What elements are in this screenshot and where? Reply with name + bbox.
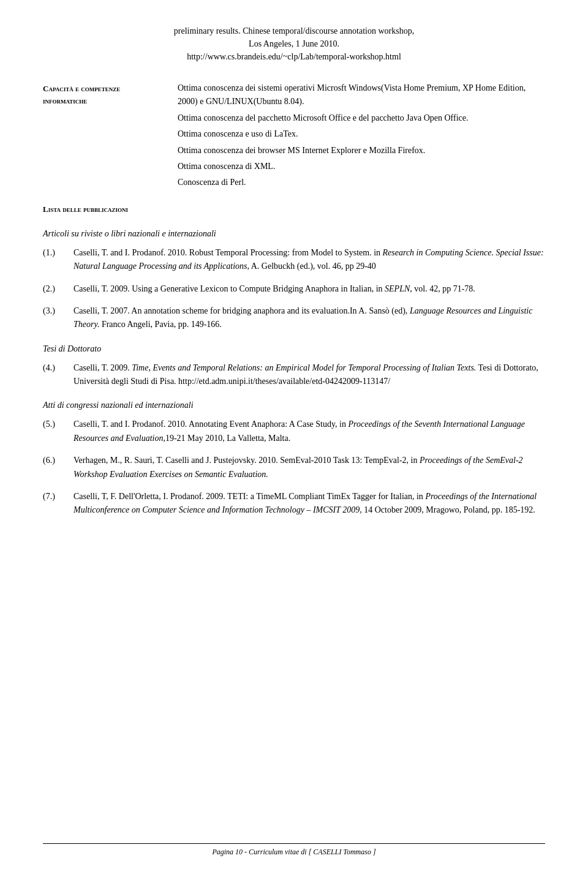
- capacita-content: Ottima conoscenza dei sistemi operativi …: [178, 81, 545, 192]
- top-line2: Los Angeles, 1 June 2010.: [43, 37, 545, 50]
- pub-content-6: Verhagen, M., R. Saurì, T. Caselli and J…: [74, 454, 545, 481]
- pub-content-5: Caselli, T. and I. Prodanof. 2010. Annot…: [74, 418, 545, 445]
- pub-list-atti: (5.) Caselli, T. and I. Prodanof. 2010. …: [43, 418, 545, 517]
- pub-list-tesi: (4.) Caselli, T. 2009. Time, Events and …: [43, 361, 545, 389]
- pub-item-7: (7.) Caselli, T, F. Dell'Orletta, I. Pro…: [43, 490, 545, 517]
- pub-italic-3a: Language Resources and Linguistic Theory…: [74, 306, 532, 329]
- pub-content-2: Caselli, T. 2009. Using a Generative Lex…: [74, 282, 545, 296]
- pub-list-articles: (1.) Caselli, T. and I. Prodanof. 2010. …: [43, 246, 545, 332]
- capacita-section: Capacità e competenze informatiche Ottim…: [43, 81, 545, 192]
- pub-item-4: (4.) Caselli, T. 2009. Time, Events and …: [43, 361, 545, 389]
- capacita-item-1: Ottima conoscenza dei sistemi operativi …: [178, 81, 545, 109]
- page: preliminary results. Chinese temporal/di…: [0, 0, 588, 869]
- capacita-label: Capacità e competenze informatiche: [43, 81, 165, 192]
- footer: Pagina 10 - Curriculum vitae di [ CASELL…: [43, 843, 545, 857]
- pub-italic-1a: Research in Computing Science. Special I…: [74, 248, 544, 271]
- pub-num-3: (3.): [43, 304, 74, 318]
- pub-italic-5a: Proceedings of the Seventh International…: [74, 419, 525, 442]
- pub-item-6: (6.) Verhagen, M., R. Saurì, T. Caselli …: [43, 454, 545, 481]
- atti-heading: Atti di congressi nazionali ed internazi…: [43, 401, 545, 410]
- pub-content-1: Caselli, T. and I. Prodanof. 2010. Robus…: [74, 246, 545, 274]
- pub-content-3: Caselli, T. 2007. An annotation scheme f…: [74, 304, 545, 332]
- pub-num-4: (4.): [43, 361, 74, 375]
- capacita-item-6: Conoscenza di Perl.: [178, 176, 545, 189]
- capacita-item-2: Ottima conoscenza del pacchetto Microsof…: [178, 111, 545, 125]
- pub-item-5: (5.) Caselli, T. and I. Prodanof. 2010. …: [43, 418, 545, 445]
- pub-italic-2a: SEPLN,: [385, 284, 412, 293]
- pub-italic-4a: Time, Events and Temporal Relations: an …: [132, 363, 476, 372]
- pub-item-1: (1.) Caselli, T. and I. Prodanof. 2010. …: [43, 246, 545, 274]
- pub-num-7: (7.): [43, 490, 74, 503]
- pub-num-1: (1.): [43, 246, 74, 260]
- capacita-label-line1: Capacità e competenze: [43, 84, 120, 93]
- pub-content-7: Caselli, T, F. Dell'Orletta, I. Prodanof…: [74, 490, 545, 517]
- top-section: preliminary results. Chinese temporal/di…: [43, 24, 545, 63]
- pub-item-2: (2.) Caselli, T. 2009. Using a Generativ…: [43, 282, 545, 296]
- pub-item-3: (3.) Caselli, T. 2007. An annotation sch…: [43, 304, 545, 332]
- articoli-heading: Articoli su riviste o libri nazionali e …: [43, 229, 545, 239]
- capacita-item-4: Ottima conoscenza dei browser MS Interne…: [178, 144, 545, 157]
- lista-label: Lista delle pubblicazioni: [43, 205, 545, 214]
- capacita-item-3: Ottima conoscenza e uso di LaTex.: [178, 127, 545, 141]
- footer-text: Pagina 10 - Curriculum vitae di [ CASELL…: [212, 848, 375, 856]
- pub-content-4: Caselli, T. 2009. Time, Events and Tempo…: [74, 361, 545, 389]
- capacita-label-line2: informatiche: [43, 96, 87, 105]
- pub-num-6: (6.): [43, 454, 74, 467]
- pub-num-5: (5.): [43, 418, 74, 431]
- capacita-item-5: Ottima conoscenza di XML.: [178, 160, 545, 173]
- top-line1: preliminary results. Chinese temporal/di…: [43, 24, 545, 37]
- pub-num-2: (2.): [43, 282, 74, 296]
- pub-italic-7a: Proceedings of the International Multico…: [74, 492, 537, 514]
- top-line3: http://www.cs.brandeis.edu/~clp/Lab/temp…: [43, 50, 545, 63]
- tesi-heading: Tesi di Dottorato: [43, 344, 545, 354]
- pub-italic-6a: Proceedings of the SemEval-2 Workshop Ev…: [74, 456, 523, 478]
